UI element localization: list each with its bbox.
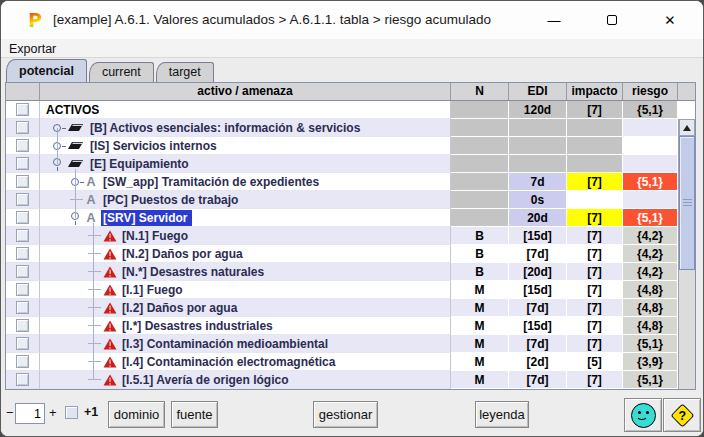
row-checkbox[interactable] — [16, 121, 29, 134]
table-row[interactable]: [N.*] Desastres naturalesB[20d][7]{4,2} — [6, 263, 695, 281]
tab-potencial[interactable]: potencial — [6, 59, 87, 82]
expand-handle[interactable] — [70, 211, 83, 224]
tree-node-label[interactable]: [I.3] Contaminación medioambiental — [120, 336, 333, 352]
table-body: ACTIVOS120d[7]{5,1}[B] Activos esenciale… — [6, 101, 695, 389]
plus-one-label: +1 — [84, 405, 98, 419]
tree-node-label[interactable]: [N.*] Desastres naturales — [120, 264, 269, 280]
expand-handle[interactable] — [70, 175, 83, 188]
row-checkbox[interactable] — [16, 103, 29, 116]
threat-icon — [103, 356, 117, 368]
tab-bar: potencialcurrenttarget — [1, 58, 703, 82]
table-row[interactable]: A[SRV] Servidor20d[7]{5,1} — [6, 209, 695, 227]
row-checkbox[interactable] — [16, 301, 29, 314]
plus-one-checkbox[interactable] — [65, 406, 78, 419]
tree-node-label[interactable]: ACTIVOS — [44, 102, 104, 118]
close-button[interactable]: ✕ — [647, 1, 693, 39]
row-checkbox[interactable] — [16, 157, 29, 170]
maximize-button[interactable] — [589, 1, 635, 39]
minimize-button[interactable]: — — [531, 1, 577, 39]
row-checkbox[interactable] — [16, 229, 29, 242]
cell-impacto[interactable]: [7] — [567, 209, 623, 227]
cell-n: B — [451, 245, 509, 263]
tree-node-label[interactable]: [E] Equipamiento — [88, 156, 194, 172]
table-row[interactable]: ACTIVOS120d[7]{5,1} — [6, 101, 695, 119]
window-title: [example] A.6.1. Valores acumulados > A.… — [53, 1, 491, 39]
dominio-button[interactable]: dominio — [108, 401, 165, 428]
row-checkbox[interactable] — [16, 193, 29, 206]
row-checkbox[interactable] — [16, 319, 29, 332]
group-icon — [67, 122, 84, 133]
table-row[interactable]: [I.3] Contaminación medioambientalM[7d][… — [6, 335, 695, 353]
tree-node-label[interactable]: [N.1] Fuego — [120, 228, 193, 244]
decrement-label[interactable]: − — [6, 405, 14, 420]
tree-cell: [N.*] Desastres naturales — [40, 263, 451, 281]
table-row[interactable]: A[PC] Puestos de trabajo0s — [6, 191, 695, 209]
row-checkbox[interactable] — [16, 211, 29, 224]
tree-connector-stub — [70, 199, 83, 200]
table-row[interactable]: [I.4] Contaminación electromagnéticaM[2d… — [6, 353, 695, 371]
table-row[interactable]: [IS] Servicios internos — [6, 137, 695, 155]
fuente-button[interactable]: fuente — [171, 401, 218, 428]
tree-cell: A[SRV] Servidor — [40, 209, 451, 227]
cell-impacto[interactable]: [7] — [567, 173, 623, 191]
row-checkbox[interactable] — [16, 283, 29, 296]
row-checkbox[interactable] — [16, 265, 29, 278]
tree-node-label[interactable]: [B] Activos esenciales: información & se… — [88, 120, 365, 136]
help-button[interactable]: ? — [663, 398, 701, 432]
table-row[interactable]: [I.1] FuegoM[15d][7]{4,8} — [6, 281, 695, 299]
table-row[interactable]: [I.5.1] Avería de origen lógicoM[7d][7]{… — [6, 371, 695, 389]
mood-button[interactable] — [624, 398, 662, 432]
cell-impacto: [7] — [567, 263, 623, 281]
row-checkbox[interactable] — [16, 139, 29, 152]
cell-impacto: [7] — [567, 299, 623, 317]
table-row[interactable]: [B] Activos esenciales: información & se… — [6, 119, 695, 137]
expand-handle[interactable] — [52, 157, 65, 170]
row-checkbox[interactable] — [16, 355, 29, 368]
menu-item-exportar[interactable]: Exportar — [1, 40, 64, 58]
cell-edi: [7d] — [509, 371, 567, 389]
cell-edi: [15d] — [509, 227, 567, 245]
tab-current[interactable]: current — [89, 62, 154, 82]
scroll-up-button[interactable] — [679, 119, 695, 136]
tree-node-label[interactable]: [SW_app] Tramitación de expedientes — [101, 174, 324, 190]
cell-edi: [2d] — [509, 353, 567, 371]
increment-label[interactable]: + — [49, 405, 57, 420]
cell-edi: [7d] — [509, 335, 567, 353]
table-row[interactable]: [I.*] Desastres industrialesM[15d][7]{4,… — [6, 317, 695, 335]
level-spinner-input[interactable] — [15, 403, 45, 424]
row-checkbox[interactable] — [16, 373, 29, 386]
scrollbar-thumb[interactable] — [679, 136, 695, 270]
row-checkbox[interactable] — [16, 247, 29, 260]
cell-riesgo: {4,8} — [623, 281, 678, 299]
table-row[interactable]: [E] Equipamiento — [6, 155, 695, 173]
cell-riesgo: {4,2} — [623, 245, 678, 263]
tab-target[interactable]: target — [156, 62, 214, 82]
cell-n — [451, 101, 509, 119]
expand-handle[interactable] — [52, 139, 65, 152]
question-mark: ? — [678, 408, 686, 422]
table-row[interactable]: [N.1] FuegoB[15d][7]{4,2} — [6, 227, 695, 245]
tree-node-label[interactable]: [SRV] Servidor — [101, 210, 192, 226]
table-row[interactable]: [I.2] Daños por aguaM[7d][7]{4,8} — [6, 299, 695, 317]
cell-riesgo — [623, 119, 678, 137]
leyenda-button[interactable]: leyenda — [475, 401, 529, 428]
row-checkbox-cell — [6, 281, 40, 299]
tree-node-label[interactable]: [PC] Puestos de trabajo — [101, 192, 243, 208]
tree-node-label[interactable]: [IS] Servicios internos — [88, 138, 222, 154]
tree-node-label[interactable]: [I.2] Daños por agua — [120, 300, 242, 316]
table-row[interactable]: A[SW_app] Tramitación de expedientes7d[7… — [6, 173, 695, 191]
tree-node-label[interactable]: [I.5.1] Avería de origen lógico — [120, 372, 293, 388]
tree-node-label[interactable]: [N.2] Daños por agua — [120, 246, 248, 262]
tree-node-label[interactable]: [I.4] Contaminación electromagnética — [120, 354, 340, 370]
gestionar-button[interactable]: gestionar — [313, 401, 378, 428]
expand-handle[interactable] — [52, 121, 65, 134]
tree-cell: [N.1] Fuego — [40, 227, 451, 245]
tree-node-label[interactable]: [I.*] Desastres industriales — [120, 318, 278, 334]
vertical-scrollbar[interactable] — [678, 119, 695, 389]
tree-node-label[interactable]: [I.1] Fuego — [120, 282, 188, 298]
row-checkbox-cell — [6, 335, 40, 353]
cell-n — [451, 137, 509, 155]
row-checkbox[interactable] — [16, 337, 29, 350]
table-row[interactable]: [N.2] Daños por aguaB[7d][7]{4,2} — [6, 245, 695, 263]
row-checkbox[interactable] — [16, 175, 29, 188]
